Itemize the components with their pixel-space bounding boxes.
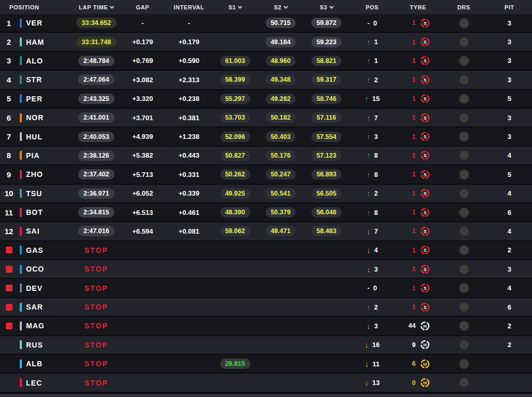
table-row[interactable]: 9ZHO2:37.402+5.713+0.33150.26250.24756.8… (0, 165, 532, 184)
table-row[interactable]: 10TSU2:36.971+6.052+0.33949.92550.54156.… (0, 185, 532, 203)
tyre-laps-count: 1 (407, 247, 416, 254)
pit-count-value: 4 (508, 189, 511, 197)
table-row[interactable]: 5PER2:43.325+3.320+0.23855.29749.28258.7… (0, 90, 532, 109)
drs-cell (441, 113, 487, 122)
svg-text:S: S (423, 78, 426, 83)
gap-cell: +6.594 (120, 227, 166, 235)
position-cell: 11 (0, 208, 18, 217)
svg-text:M: M (423, 361, 427, 366)
table-row[interactable]: GASSTOP↓41S2 (0, 241, 532, 260)
tyre-compound-icon: S (420, 283, 430, 293)
arrow-up-icon: ↑ (366, 38, 371, 46)
driver-code: SAI (26, 227, 40, 235)
table-row[interactable]: 1VER33:34.652--50.71559.872-01S3 (0, 14, 532, 33)
column-header-label: S2 (274, 4, 282, 10)
drs-cell (441, 37, 487, 46)
driver-cell: ALB (18, 360, 73, 368)
interval-value: +0.081 (179, 227, 199, 235)
table-row[interactable]: DEVSTOP-01S4 (0, 279, 532, 298)
sector3-cell-value: 56.893 (311, 169, 341, 180)
drs-cell (441, 284, 487, 292)
positions-changed-value: 15 (372, 95, 379, 103)
sector2-cell: 49.282 (258, 94, 303, 104)
drs-indicator-icon (460, 340, 468, 349)
table-row[interactable]: 2HAM33:31.748+0.179+0.17949.18459.223↑11… (0, 33, 532, 52)
driver-cell: SAI (18, 227, 73, 236)
drs-indicator-icon (460, 170, 468, 179)
position-cell: 5 (0, 94, 18, 103)
tyre-laps-count: 1 (407, 285, 416, 292)
drs-indicator-icon (460, 208, 468, 217)
table-row[interactable]: 8PIA2:38.126+5.382+0.44350.82750.17657.1… (0, 147, 532, 165)
svg-text:S: S (423, 229, 426, 234)
sector3-cell: 57.123 (303, 150, 349, 161)
column-header-laptime[interactable]: LAP TIME (73, 4, 120, 10)
column-header-label: POSITION (9, 4, 39, 10)
pit-count-value: 4 (508, 151, 511, 159)
stop-label: STOP (84, 265, 108, 273)
table-row[interactable]: MAGSTOP↓344H2 (0, 317, 532, 336)
driver-code: LEC (26, 379, 42, 387)
table-row[interactable]: 4STR2:47.064+3.082+2.31358.39949.34859.3… (0, 71, 532, 89)
column-header-s3[interactable]: S3 (303, 4, 349, 10)
column-header-label: PIT (504, 4, 514, 10)
table-row[interactable]: RUSSTOP↓169H2 (0, 336, 532, 355)
lap-time-value: 2:47.016 (78, 226, 115, 236)
sector1-cell-value: 28.815 (220, 358, 250, 369)
lap-time-cell: 2:34.815 (73, 207, 120, 217)
column-header-s2[interactable]: S2 (258, 4, 303, 10)
table-row[interactable]: 11BOT2:34.815+6.513+0.46148.39050.37956.… (0, 203, 532, 222)
tyre-laps-count: 1 (407, 57, 416, 65)
positions-changed-cell: ↓3 (349, 265, 395, 273)
column-header-s1[interactable]: S1 (212, 4, 258, 10)
table-row[interactable]: 3ALO2:48.784+0.769+0.59061.00348.96058.8… (0, 52, 532, 71)
drs-indicator-icon (460, 227, 468, 236)
table-row[interactable]: 6NOR2:41.001+3.701+0.38153.70350.18257.1… (0, 109, 532, 127)
timing-table-body: 1VER33:34.652--50.71559.872-01S32HAM33:3… (0, 14, 532, 393)
tyre-cell: 1S (395, 150, 441, 160)
drs-indicator-icon (460, 113, 468, 122)
table-row[interactable]: SARSTOP↑21S6 (0, 298, 532, 317)
stopped-flag-icon (6, 247, 12, 253)
positions-changed-value: 16 (372, 341, 379, 349)
table-row[interactable]: 12SAI2:47.016+6.594+0.08159.06249.47158.… (0, 222, 532, 241)
position-number: 2 (7, 37, 11, 46)
gap-value: - (142, 19, 144, 27)
position-cell: 10 (0, 189, 18, 198)
table-row[interactable]: LECSTOP↓130M (0, 374, 532, 392)
driver-code: HAM (26, 38, 44, 46)
sector2-cell: 49.471 (258, 226, 303, 236)
sector3-cell: 58.821 (303, 56, 349, 66)
pit-count-value: 3 (508, 114, 511, 122)
table-row[interactable]: OCOSTOP↓31S3 (0, 260, 532, 279)
table-row[interactable]: 7HUL2:40.053+4.939+1.23852.09650.40357.5… (0, 127, 532, 146)
drs-indicator-icon (460, 284, 468, 292)
lap-time-cell: 2:36.971 (73, 188, 120, 199)
column-header-pos: POS (349, 4, 395, 10)
interval-cell: +0.339 (166, 189, 212, 197)
tyre-laps-count: 1 (407, 95, 416, 103)
drs-cell (441, 360, 487, 368)
tyre-cell: 1S (395, 37, 441, 47)
tyre-cell: 1S (395, 188, 441, 198)
gap-value: +6.513 (132, 209, 153, 216)
svg-text:S: S (423, 172, 426, 177)
lap-time-cell: 2:41.001 (73, 112, 120, 123)
sector1-cell: 55.297 (212, 94, 258, 104)
sector2-cell: 49.348 (258, 74, 303, 85)
arrow-up-icon: ↑ (366, 114, 371, 122)
drs-cell (441, 265, 487, 274)
sector3-cell: 59.872 (303, 18, 349, 28)
drs-indicator-icon (460, 246, 468, 254)
positions-changed-cell: ↓11 (349, 360, 395, 368)
pit-count-value: 2 (508, 246, 511, 254)
sector2-cell: 50.176 (258, 150, 303, 161)
column-header-label: POS (365, 4, 378, 10)
f1-live-timing-screen: POSITION LAP TIME GAP INTERVAL S1 S2 S3 … (0, 0, 532, 397)
tyre-laps-count: 9 (407, 341, 416, 349)
tyre-compound-icon: S (420, 18, 430, 28)
column-header-tyre: TYRE (395, 4, 441, 10)
pit-cell: 4 (487, 284, 532, 292)
table-row[interactable]: ALBSTOP28.815↓116M (0, 355, 532, 374)
position-number: 9 (7, 170, 11, 179)
